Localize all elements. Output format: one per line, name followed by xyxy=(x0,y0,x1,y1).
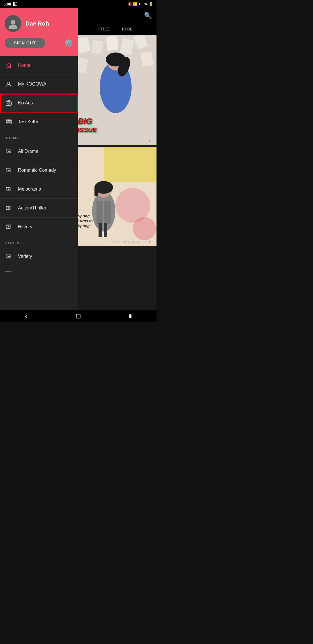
svg-rect-4 xyxy=(106,36,118,50)
card-big-issue-badge: E6 ♥ 3 xyxy=(143,139,154,143)
svg-rect-21 xyxy=(94,187,98,196)
bottom-nav xyxy=(0,310,156,322)
likes-count: 3 xyxy=(152,139,154,143)
heart-icon: ♥ xyxy=(149,139,151,143)
episode-label: E6 xyxy=(143,139,147,143)
taste24hr-icon xyxy=(5,118,13,126)
spring-heart-icon: ♥ xyxy=(149,240,151,244)
battery-text: 100% xyxy=(139,2,148,6)
signout-row: SIGN OUT ⚙️ xyxy=(5,38,73,48)
nav-item-alldrama[interactable]: All Drama xyxy=(0,142,78,161)
svg-rect-34 xyxy=(7,120,8,122)
variety-icon xyxy=(5,252,13,261)
settings-icon[interactable]: ⚙️ xyxy=(64,39,73,47)
nav-item-history[interactable]: History xyxy=(0,218,78,236)
battery-icon: 🔋 xyxy=(149,2,153,6)
svg-marker-48 xyxy=(8,189,10,190)
user-header: Dae Roh SIGN OUT ⚙️ xyxy=(0,8,78,56)
card-big-issue[interactable]: BIGISSUE E6 ♥ 3 xyxy=(75,35,156,145)
spring-title-overlay: SpringTurns toSpring xyxy=(78,214,93,229)
svg-rect-70 xyxy=(132,314,132,318)
svg-rect-24 xyxy=(99,223,102,237)
nav-label-romcom: Romantic Comedy xyxy=(18,168,56,173)
nav-item-melodrama[interactable]: Melodrama xyxy=(0,180,78,199)
status-right: 🔇 📶 100% 🔋 xyxy=(128,2,153,6)
svg-rect-25 xyxy=(104,223,107,237)
drawer: Dae Roh SIGN OUT ⚙️ Home xyxy=(0,8,78,310)
history-icon xyxy=(5,223,13,231)
status-left: 5:08 🖼 xyxy=(3,2,17,6)
card-spring-badge: Spring Turns to Spring E26 ♥ 1 xyxy=(111,240,154,244)
svg-rect-69 xyxy=(130,314,131,318)
svg-rect-36 xyxy=(8,121,10,121)
svg-point-28 xyxy=(8,82,10,84)
svg-rect-29 xyxy=(6,102,11,105)
nav-label-home: Home xyxy=(18,63,30,68)
menu-line xyxy=(5,271,12,272)
photo-icon: 🖼 xyxy=(13,2,17,6)
user-info-row: Dae Roh xyxy=(5,15,73,32)
nav-label-alldrama: All Drama xyxy=(18,149,38,154)
nav-label-history: History xyxy=(18,224,32,229)
svg-rect-3 xyxy=(91,40,103,54)
svg-marker-57 xyxy=(8,256,10,257)
big-issue-text: BIGISSUE xyxy=(78,117,97,133)
home-icon xyxy=(5,61,13,69)
melodrama-icon xyxy=(5,185,13,193)
svg-point-27 xyxy=(9,25,17,29)
nav-item-noads[interactable]: No Ads xyxy=(0,94,78,113)
nav-item-mykocowa[interactable]: My KOCOWA xyxy=(0,75,78,94)
avatar-icon xyxy=(8,18,18,29)
svg-rect-15 xyxy=(104,147,156,182)
nav-item-variety[interactable]: Variety xyxy=(0,247,78,266)
nav-label-melodrama: Melodrama xyxy=(18,187,41,192)
svg-rect-68 xyxy=(129,314,130,318)
username: Dae Roh xyxy=(26,20,49,27)
svg-marker-42 xyxy=(8,151,10,152)
svg-rect-38 xyxy=(8,122,11,122)
svg-rect-39 xyxy=(8,123,10,123)
svg-rect-8 xyxy=(141,52,153,67)
svg-point-17 xyxy=(133,217,156,240)
spring-title-short: Spring Turns to Spring xyxy=(111,240,140,244)
back-button[interactable] xyxy=(17,310,35,322)
drama-section-header: DRAMA xyxy=(0,131,78,142)
right-content: BIGISSUE E6 ♥ 3 xyxy=(75,35,156,310)
alldrama-icon xyxy=(5,147,13,155)
tab-free[interactable]: FREE xyxy=(99,27,110,31)
spring-episode: E26 xyxy=(141,240,147,244)
nav-item-romcom[interactable]: Romantic Comedy xyxy=(0,161,78,180)
nav-item-home[interactable]: Home xyxy=(0,56,78,75)
nav-item-actionthriller[interactable]: Action/Thriller xyxy=(0,199,78,218)
avatar xyxy=(5,15,21,32)
signal-icon: 📶 xyxy=(133,2,137,6)
tabs-row: FREE IDOL xyxy=(75,23,156,35)
card-spring-illustration xyxy=(75,147,156,246)
card-spring[interactable]: SpringTurns toSpring Spring Turns to Spr… xyxy=(75,147,156,246)
recent-button[interactable] xyxy=(122,310,139,322)
nav-label-actionthriller: Action/Thriller xyxy=(18,205,46,211)
status-bar: 5:08 🖼 🔇 📶 100% 🔋 xyxy=(0,0,156,8)
home-button[interactable] xyxy=(70,310,87,322)
nav-label-mykocowa: My KOCOWA xyxy=(18,82,46,87)
bottom-spacer xyxy=(0,266,78,274)
mute-icon: 🔇 xyxy=(128,2,132,6)
svg-point-26 xyxy=(11,20,15,25)
svg-marker-30 xyxy=(8,103,9,104)
romcom-icon xyxy=(5,166,13,174)
mykocowa-icon xyxy=(5,80,13,88)
svg-rect-37 xyxy=(7,122,8,123)
nav-label-variety: Variety xyxy=(18,254,32,259)
svg-marker-54 xyxy=(8,226,10,227)
signout-button[interactable]: SIGN OUT xyxy=(5,38,45,48)
svg-rect-35 xyxy=(8,120,11,121)
time: 5:08 xyxy=(3,2,11,6)
others-section-header: OTHERS xyxy=(0,236,78,247)
svg-marker-45 xyxy=(8,170,10,171)
nav-label-noads: No Ads xyxy=(18,100,33,106)
svg-marker-51 xyxy=(8,207,10,209)
search-icon[interactable]: 🔍 xyxy=(144,12,152,19)
nav-item-taste24hr[interactable]: Taste24hr xyxy=(0,113,78,131)
tab-idol[interactable]: IDOL xyxy=(122,27,133,31)
noads-icon xyxy=(5,99,13,107)
